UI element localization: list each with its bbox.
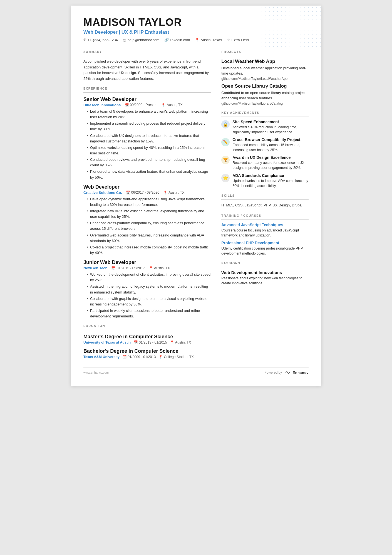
edu-date-2: 📅 01/2009 - 01/2013: [122, 355, 156, 359]
project-link-1: github.com/MadisonTaylor/LocalWeatherApp: [221, 77, 309, 81]
achievement-3: 🏆 Award in UX Design Excellence Received…: [221, 155, 309, 170]
email-icon: @: [123, 38, 126, 42]
achievement-desc-2: Enhanced compatibility across 15 browser…: [232, 142, 309, 152]
bullet-2-4: Overhauled web accessibility features, i…: [87, 233, 211, 244]
edu-meta-2: Texas A&M University 📅 01/2009 - 01/2013…: [83, 355, 211, 359]
training-label: TRAINING / COURSES: [221, 214, 309, 217]
achievement-content-3: Award in UX Design Excellence Received c…: [232, 155, 309, 170]
job-company-1: BlueTech Innovations: [83, 103, 121, 107]
training-title-1: Advanced JavaScript Techniques: [221, 223, 309, 227]
cal-edu-1: 📅: [133, 340, 138, 344]
pin-icon-3: 📍: [149, 266, 153, 270]
passion-desc-1: Passionate about exploring new web techn…: [221, 276, 309, 286]
skills-label: SKILLS: [221, 194, 309, 197]
calendar-icon-3: 📅: [111, 266, 116, 270]
achievement-title-3: Award in UX Design Excellence: [232, 155, 309, 160]
bullet-1-6: Pioneered a new data visualization featu…: [87, 169, 211, 180]
project-desc-2: Contributed to an open-source library ca…: [221, 90, 309, 101]
achievement-content-1: Site Speed Enhancement Achieved a 40% re…: [232, 120, 309, 135]
brand-name: Enhancv: [292, 371, 309, 375]
job-meta-1: BlueTech Innovations 📅 09/2020 - Present…: [83, 103, 211, 107]
skills-divider: [221, 199, 309, 200]
footer-website: www.enhancv.com: [83, 371, 109, 374]
enhancv-logo-icon: [285, 370, 291, 375]
summary-text: Accomplished web developer with over 5 y…: [83, 59, 211, 82]
job-bullets-3: Worked on the development of client webs…: [83, 272, 211, 319]
project-desc-1: Developed a local weather application pr…: [221, 65, 309, 76]
passions-label: PASSIONS: [221, 262, 309, 265]
footer-brand: Powered by Enhancv: [264, 370, 309, 375]
contact-linkedin: 🔗 linkedin.com: [164, 38, 190, 42]
location-icon: 📍: [195, 38, 199, 42]
pin-edu-1: 📍: [170, 340, 174, 344]
summary-divider: [83, 56, 211, 56]
job-title-1: Senior Web Developer: [83, 97, 211, 102]
bullet-2-5: Co-led a project that increased mobile c…: [87, 245, 211, 256]
project-title-2: Open Source Library Catalog: [221, 83, 309, 89]
job-bullets-1: Led a team of 5 developers to enhance a …: [83, 109, 211, 180]
powered-by-text: Powered by: [264, 371, 282, 374]
job-location-3: 📍 Austin, TX: [149, 266, 170, 270]
edu-meta-1: University of Texas at Austin 📅 01/2013 …: [83, 340, 211, 344]
edu-loc-1: 📍 Austin, TX: [170, 340, 191, 344]
achievements-label: KEY ACHIEVEMENTS: [221, 111, 309, 114]
edu-school-1: University of Texas at Austin: [83, 341, 131, 344]
pin-icon-2: 📍: [163, 191, 168, 195]
job-location-2: 📍 Austin, TX: [163, 191, 184, 195]
education-label: EDUCATION: [83, 324, 211, 327]
experience-divider: [83, 92, 211, 93]
project-title-1: Local Weather Web App: [221, 59, 309, 64]
bullet-1-2: Implemented a streamlined coding process…: [87, 121, 211, 132]
project-link-2: github.com/MadisonTaylor/LibraryCatalog: [221, 102, 309, 105]
linkedin-icon: 🔗: [164, 38, 169, 42]
contact-extra: ☆ Extra Field: [227, 38, 249, 42]
achievement-icon-3: 🏆: [221, 156, 230, 164]
training-divider: [221, 219, 309, 220]
bullet-3-2: Assisted in the migration of legacy syst…: [87, 284, 211, 295]
edu-loc-2: 📍 College Station, TX: [158, 355, 193, 359]
bullet-2-2: Integrated new APIs into existing platfo…: [87, 208, 211, 219]
edu-degree-2: Bachelor's Degree in Computer Science: [83, 348, 211, 354]
job-date-1: 📅 09/2020 - Present: [125, 103, 157, 107]
education-divider: [83, 330, 211, 330]
bullet-2-3: Enhanced cross-platform compatibility, e…: [87, 220, 211, 231]
main-columns: SUMMARY Accomplished web developer with …: [83, 50, 309, 359]
achievement-desc-1: Achieved a 40% reduction in loading time…: [232, 125, 309, 135]
bullet-3-1: Worked on the development of client webs…: [87, 272, 211, 283]
achievement-title-2: Cross-Browser Compatibility Project: [232, 137, 309, 142]
bullet-3-4: Participated in weekly client sessions t…: [87, 308, 211, 319]
bullet-1-3: Collaborated with UX designers to introd…: [87, 133, 211, 144]
bullet-2-1: Developed dynamic front-end applications…: [87, 196, 211, 208]
job-location-1: 📍 Austin, TX: [161, 103, 182, 107]
achievement-icon-1: 🔒: [221, 120, 230, 129]
projects-divider: [221, 56, 309, 56]
right-column: PROJECTS Local Weather Web App Developed…: [221, 50, 309, 359]
achievement-1: 🔒 Site Speed Enhancement Achieved a 40% …: [221, 120, 309, 135]
job-company-3: NextGen Tech: [83, 266, 107, 270]
job-title-3: Junior Web Developer: [83, 260, 211, 265]
job-date-3: 📅 01/2015 - 05/2017: [111, 266, 145, 270]
training-title-2: Professional PHP Development: [221, 241, 309, 245]
achievement-4: ⭐ ADA Standards Compliance Updated websi…: [221, 173, 309, 188]
left-column: SUMMARY Accomplished web developer with …: [83, 50, 211, 359]
job-date-2: 📅 06/2017 - 08/2020: [126, 191, 159, 195]
location-text: Austin, Texas: [200, 38, 222, 42]
achievement-icon-2: ✏️: [221, 138, 230, 146]
achievement-content-2: Cross-Browser Compatibility Project Enha…: [232, 137, 309, 152]
job-meta-2: Creative Solutions Co. 📅 06/2017 - 08/20…: [83, 191, 211, 195]
pin-icon-1: 📍: [161, 103, 166, 107]
job-title-2: Web Developer: [83, 184, 211, 190]
summary-label: SUMMARY: [83, 50, 211, 53]
job-meta-3: NextGen Tech 📅 01/2015 - 05/2017 📍 Austi…: [83, 266, 211, 270]
edu-degree-1: Master's Degree in Computer Science: [83, 334, 211, 340]
achievement-desc-3: Received company award for excellence in…: [232, 160, 309, 170]
email-text: help@enhancv.com: [128, 38, 159, 42]
projects-label: PROJECTS: [221, 50, 309, 53]
achievement-content-4: ADA Standards Compliance Updated website…: [232, 173, 309, 188]
training-desc-1: Coursera course focusing on advanced Jav…: [221, 228, 309, 238]
contact-location: 📍 Austin, Texas: [195, 38, 222, 42]
resume-page: MADISON TAYLOR Web Developer | UX & PHP …: [71, 6, 321, 386]
passion-title-1: Web Development Innovations: [221, 270, 309, 275]
achievement-icon-4: ⭐: [221, 174, 230, 182]
job-bullets-2: Developed dynamic front-end applications…: [83, 196, 211, 256]
